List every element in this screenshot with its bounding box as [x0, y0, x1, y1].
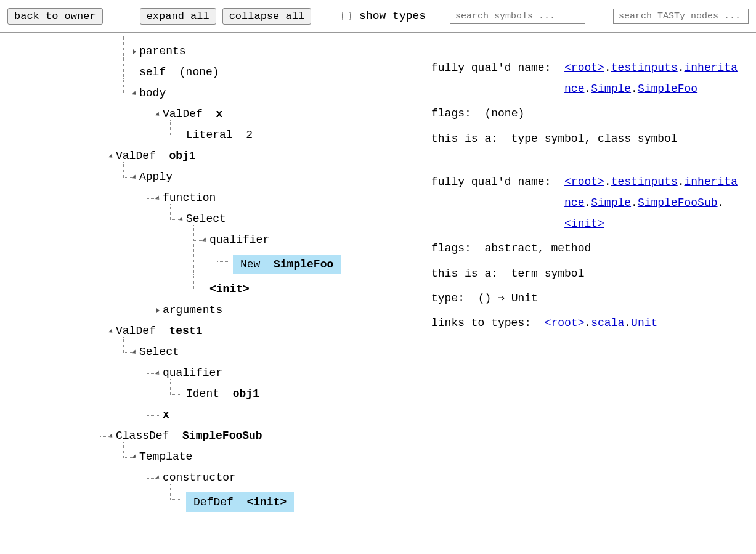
info-fqn2-value: <root>.testinputs.inheritance.Simple.Sim…	[564, 171, 738, 235]
symbol-link[interactable]: Simple	[591, 197, 631, 209]
tree-node-apply[interactable]: Apply	[139, 171, 173, 183]
chevron-icon[interactable]	[108, 153, 114, 159]
chevron-icon[interactable]	[155, 370, 161, 376]
tree-panel: ructor parents self (none)	[0, 33, 425, 554]
tree-node-valdef-x[interactable]: ValDef x	[163, 108, 222, 120]
chevron-icon[interactable]	[132, 349, 137, 355]
chevron-icon[interactable]	[133, 49, 136, 54]
search-symbols-input[interactable]	[450, 9, 585, 24]
chevron-icon[interactable]	[155, 475, 161, 481]
tree-node-select2[interactable]: Select	[139, 346, 179, 358]
info-flags-label2: flags:	[431, 238, 484, 259]
info-type-label: type:	[431, 288, 478, 309]
info-flags2-value: abstract, method	[484, 238, 738, 259]
info-flags1-value: (none)	[484, 103, 738, 124]
tree-node-arguments[interactable]: arguments	[163, 304, 222, 316]
search-tasty-input[interactable]	[613, 9, 749, 24]
symbol-link[interactable]: <init>	[564, 218, 604, 230]
symbol-link[interactable]: <root>	[545, 317, 585, 329]
tree-node-select[interactable]: Select	[186, 213, 226, 225]
tree-node-valdef-test1[interactable]: ValDef test1	[116, 325, 202, 337]
info-thisis2-value: term symbol	[511, 263, 738, 284]
info-flags-label: flags:	[431, 103, 484, 124]
expand-all-button[interactable]: expand all	[140, 8, 216, 25]
symbol-link[interactable]: <root>	[564, 176, 604, 188]
symbol-link[interactable]: Unit	[631, 317, 657, 329]
info-links-value: <root>.scala.Unit	[545, 312, 738, 333]
tree-node-self[interactable]: self (none)	[139, 66, 219, 78]
tree-node-x[interactable]: x	[163, 409, 169, 421]
chevron-icon[interactable]	[179, 216, 184, 222]
chevron-icon[interactable]	[132, 454, 137, 460]
chevron-icon[interactable]	[108, 328, 114, 334]
symbol-link[interactable]: SimpleFooSub	[638, 197, 718, 209]
tree-node-classdef[interactable]: ClassDef SimpleFooSub	[116, 430, 262, 442]
info-thisis-label2: this is a:	[431, 263, 511, 284]
info-thisis1-value: type symbol, class symbol	[511, 128, 738, 149]
tree-node-parents[interactable]: parents	[139, 45, 186, 57]
show-types-toggle[interactable]: show types	[342, 10, 426, 22]
symbol-link[interactable]: SimpleFoo	[638, 83, 697, 95]
info-thisis-label: this is a:	[431, 128, 511, 149]
tree-node-qualifier2[interactable]: qualifier	[163, 367, 222, 379]
chevron-icon[interactable]	[155, 195, 161, 201]
info-links-label: links to types:	[431, 312, 545, 333]
symbol-link[interactable]: testinputs	[611, 62, 678, 74]
tree-node-defdef-init[interactable]: DefDef <init>	[186, 492, 294, 512]
info-fqn-label: fully qual'd name:	[431, 57, 564, 99]
tree-node-qualifier[interactable]: qualifier	[209, 234, 269, 246]
tree-node-init[interactable]: <init>	[209, 283, 250, 295]
tree-node-function[interactable]: function	[163, 192, 216, 204]
tree-node-new-simplefoo[interactable]: New SimpleFoo	[233, 255, 341, 274]
toolbar: back to owner expand all collapse all sh…	[0, 0, 756, 33]
back-to-owner-button[interactable]: back to owner	[7, 8, 103, 25]
tree-node-literal[interactable]: Literal 2	[186, 129, 253, 141]
chevron-icon[interactable]	[132, 174, 137, 180]
info-fqn1-value: <root>.testinputs.inheritance.Simple.Sim…	[564, 57, 738, 99]
symbol-link[interactable]: <root>	[564, 62, 604, 74]
info-type-value: () ⇒ Unit	[478, 288, 738, 309]
show-types-checkbox[interactable]	[342, 12, 351, 20]
collapse-all-button[interactable]: collapse all	[222, 8, 311, 25]
chevron-icon[interactable]	[156, 308, 160, 313]
info-panel: fully qual'd name: <root>.testinputs.inh…	[425, 33, 756, 554]
chevron-icon[interactable]	[202, 237, 208, 243]
chevron-icon[interactable]	[155, 112, 161, 117]
chevron-icon[interactable]	[108, 433, 114, 439]
tree-node-body[interactable]: body	[139, 87, 166, 99]
show-types-label: show types	[359, 10, 426, 22]
tree-node-template[interactable]: Template	[139, 450, 192, 463]
tree-node-constructor[interactable]: constructor	[163, 471, 236, 484]
tree-node-valdef-obj1[interactable]: ValDef obj1	[116, 150, 196, 162]
chevron-icon[interactable]	[132, 91, 137, 96]
symbol-link[interactable]: testinputs	[611, 176, 678, 188]
symbol-link[interactable]: Simple	[591, 83, 631, 95]
tree-node-ident[interactable]: Ident obj1	[186, 388, 259, 400]
symbol-link[interactable]: scala	[591, 317, 624, 329]
info-fqn-label2: fully qual'd name:	[431, 171, 564, 235]
